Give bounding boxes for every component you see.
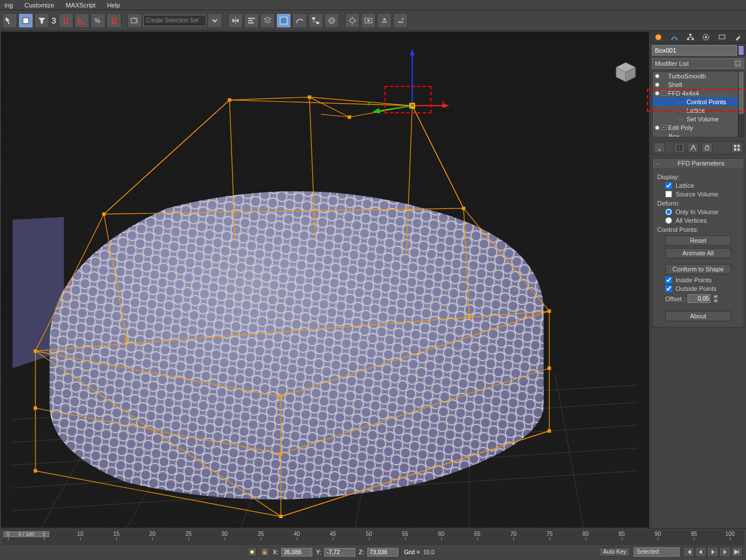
grid-value: 10,0 bbox=[423, 549, 434, 555]
selection-filter-icon[interactable] bbox=[34, 13, 49, 28]
lock-selection-icon[interactable] bbox=[248, 547, 257, 557]
layer-manager-icon[interactable] bbox=[260, 13, 275, 28]
svg-rect-73 bbox=[737, 148, 740, 151]
z-coord-field[interactable]: 73,038 bbox=[367, 548, 398, 557]
viewport[interactable]: x y bbox=[0, 31, 650, 529]
next-frame-icon[interactable] bbox=[719, 547, 731, 557]
selection-set-dropdown[interactable]: Create Selection Set bbox=[143, 15, 206, 26]
spinner-snap-icon[interactable] bbox=[107, 13, 121, 28]
play-icon[interactable] bbox=[707, 547, 718, 557]
rollup-header[interactable]: -FFD Parameters bbox=[653, 159, 744, 168]
lock-icon[interactable] bbox=[260, 547, 269, 557]
edit-named-sel-icon[interactable] bbox=[127, 13, 142, 28]
menu-item[interactable]: Help bbox=[107, 2, 120, 9]
y-coord-field[interactable]: -7,72 bbox=[324, 548, 355, 557]
tick-label: 30 bbox=[221, 531, 227, 537]
svg-line-25 bbox=[555, 374, 584, 528]
conform-to-shape-button[interactable]: Conform to Shape bbox=[665, 264, 731, 274]
svg-rect-75 bbox=[263, 551, 266, 554]
tick-label: 60 bbox=[438, 531, 444, 537]
svg-rect-2 bbox=[131, 18, 137, 23]
all-vertices-radio[interactable]: All Vertices bbox=[665, 217, 739, 224]
animate-all-button[interactable]: Animate All bbox=[665, 248, 731, 258]
toggle-ribbon-icon[interactable] bbox=[276, 13, 291, 28]
main-toolbar: 3 % Create Selection Set bbox=[0, 10, 746, 31]
percent-snap-icon[interactable]: % bbox=[91, 13, 105, 28]
modifier-subitem[interactable]: ····Control Points bbox=[653, 97, 738, 106]
svg-point-74 bbox=[250, 550, 254, 554]
menu-item[interactable]: ing bbox=[5, 2, 13, 9]
align-icon[interactable] bbox=[244, 13, 259, 28]
render-preset-icon[interactable] bbox=[393, 13, 408, 28]
schematic-view-icon[interactable] bbox=[308, 13, 323, 28]
svg-rect-5 bbox=[248, 22, 254, 23]
only-in-volume-radio[interactable]: Only In Volume bbox=[665, 208, 739, 215]
menu-item[interactable]: MAXScript bbox=[66, 2, 96, 9]
remove-modifier-icon[interactable] bbox=[701, 143, 713, 153]
svg-rect-0 bbox=[23, 18, 29, 23]
modifier-item[interactable]: Shell bbox=[653, 80, 738, 89]
goto-start-icon[interactable] bbox=[683, 547, 694, 557]
spinner-buttons-icon[interactable]: ▲▼ bbox=[713, 294, 718, 303]
offset-field[interactable] bbox=[688, 294, 710, 303]
move-gizmo: x y bbox=[368, 49, 450, 114]
inside-points-checkbox[interactable]: Inside Points bbox=[665, 277, 739, 283]
deform-group-label: Deform: bbox=[657, 200, 739, 207]
selset-arrow-icon[interactable] bbox=[207, 13, 222, 28]
outside-points-checkbox[interactable]: Outside Points bbox=[665, 285, 739, 292]
object-color-swatch[interactable] bbox=[738, 45, 744, 56]
curve-editor-icon[interactable] bbox=[292, 13, 307, 28]
motion-tab-icon[interactable] bbox=[700, 32, 712, 42]
prev-frame-icon[interactable] bbox=[695, 547, 706, 557]
render-icon[interactable] bbox=[377, 13, 392, 28]
status-bar: X: 26,086 Y: -7,72 Z: 73,038 Grid = 10,0… bbox=[0, 545, 746, 559]
source-volume-checkbox[interactable]: Source Volume bbox=[665, 191, 739, 198]
svg-rect-69 bbox=[680, 145, 682, 151]
svg-marker-50 bbox=[410, 49, 414, 56]
hierarchy-tab-icon[interactable] bbox=[685, 32, 696, 42]
svg-rect-4 bbox=[248, 20, 253, 21]
modifier-list-dropdown[interactable]: Modifier List bbox=[652, 58, 744, 69]
lattice-checkbox[interactable]: Lattice bbox=[665, 182, 739, 189]
angle-snap-icon[interactable] bbox=[74, 13, 89, 28]
scrollbar-thumb[interactable] bbox=[739, 72, 744, 114]
modifier-item[interactable]: +Edit Poly bbox=[653, 123, 738, 132]
render-setup-icon[interactable] bbox=[345, 13, 360, 28]
modifier-subitem[interactable]: ····Set Volume bbox=[653, 115, 738, 123]
offset-label: Offset : bbox=[665, 295, 685, 302]
mirror-icon[interactable] bbox=[228, 13, 243, 28]
scrollbar[interactable] bbox=[738, 72, 744, 137]
material-editor-icon[interactable] bbox=[324, 13, 339, 28]
key-mode-dropdown[interactable]: Selected bbox=[634, 547, 680, 557]
configure-sets-icon[interactable] bbox=[731, 143, 743, 153]
modify-tab-icon[interactable] bbox=[669, 32, 680, 42]
viewport-canvas[interactable]: x y bbox=[1, 31, 649, 528]
display-tab-icon[interactable] bbox=[716, 32, 728, 42]
svg-point-13 bbox=[383, 18, 386, 21]
tick-label: 100 bbox=[725, 531, 735, 537]
reset-button[interactable]: Reset bbox=[665, 235, 731, 246]
render-frame-icon[interactable] bbox=[361, 13, 376, 28]
timeline[interactable]: 0 / 100 05101520253035404550556065707580… bbox=[2, 530, 744, 545]
make-unique-icon[interactable] bbox=[688, 143, 699, 153]
goto-end-icon[interactable] bbox=[731, 547, 743, 557]
modifier-item[interactable]: TurboSmooth bbox=[653, 72, 738, 80]
svg-rect-64 bbox=[692, 38, 694, 40]
base-object-item[interactable]: Box bbox=[653, 132, 738, 137]
utilities-tab-icon[interactable] bbox=[732, 32, 744, 42]
pin-stack-icon[interactable] bbox=[654, 143, 665, 153]
svg-rect-35 bbox=[279, 515, 282, 518]
viewcube-icon[interactable] bbox=[614, 60, 638, 84]
auto-key-button[interactable]: Auto Key bbox=[599, 547, 630, 557]
show-end-result-icon[interactable] bbox=[674, 143, 685, 153]
select-object-icon[interactable] bbox=[18, 13, 33, 28]
modifier-item[interactable]: −FFD 4x4x4 bbox=[653, 89, 738, 97]
x-coord-field[interactable]: 26,086 bbox=[281, 548, 312, 557]
object-name-field[interactable] bbox=[652, 45, 737, 56]
menu-item[interactable]: Customize bbox=[25, 2, 54, 9]
about-button[interactable]: About bbox=[665, 311, 731, 321]
select-and-link-icon[interactable] bbox=[2, 13, 17, 28]
snap-toggle-icon[interactable] bbox=[58, 13, 73, 28]
modifier-subitem[interactable]: ····Lattice bbox=[653, 106, 738, 115]
create-tab-icon[interactable] bbox=[653, 32, 664, 42]
